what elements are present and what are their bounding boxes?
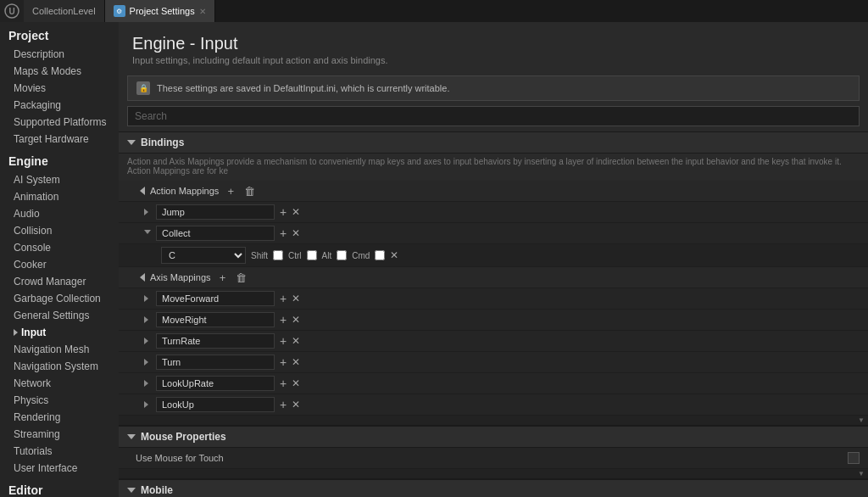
lookup-add-button[interactable]: + bbox=[280, 398, 287, 411]
sidebar-item-rendering[interactable]: Rendering bbox=[0, 409, 119, 426]
sidebar-item-crowd-manager[interactable]: Crowd Manager bbox=[0, 273, 119, 290]
jump-name-input[interactable] bbox=[156, 204, 275, 220]
sidebar-item-animation[interactable]: Animation bbox=[0, 188, 119, 205]
moveright-delete-button[interactable]: ✕ bbox=[292, 314, 300, 326]
sidebar-item-network[interactable]: Network bbox=[0, 375, 119, 392]
turnrate-delete-button[interactable]: ✕ bbox=[292, 335, 300, 347]
sidebar-item-audio[interactable]: Audio bbox=[0, 205, 119, 222]
lookuprate-delete-button[interactable]: ✕ bbox=[292, 377, 300, 389]
sidebar-item-ai-system[interactable]: AI System bbox=[0, 171, 119, 188]
turn-delete-button[interactable]: ✕ bbox=[292, 356, 300, 368]
bindings-title: Bindings bbox=[141, 137, 184, 148]
mapping-row-lookup: + ✕ bbox=[119, 394, 868, 416]
axis-mappings-delete-button[interactable]: 🗑 bbox=[235, 271, 248, 284]
moveforward-delete-button[interactable]: ✕ bbox=[292, 293, 300, 304]
moveforward-name-input[interactable] bbox=[156, 291, 275, 306]
action-mappings-delete-button[interactable]: 🗑 bbox=[242, 184, 256, 198]
turnrate-add-button[interactable]: + bbox=[280, 334, 287, 348]
moveright-expand-arrow[interactable] bbox=[144, 316, 151, 323]
lookup-expand-arrow[interactable] bbox=[144, 401, 151, 408]
sidebar-item-tutorials[interactable]: Tutorials bbox=[0, 443, 119, 460]
sidebar-item-input[interactable]: Input bbox=[0, 324, 119, 341]
alt-checkbox[interactable] bbox=[337, 250, 347, 260]
sidebar-item-supported-platforms[interactable]: Supported Platforms bbox=[0, 114, 119, 131]
svg-text:U: U bbox=[8, 7, 14, 16]
tab-collection-level[interactable]: CollectionLevel bbox=[24, 0, 105, 22]
tab-project-settings[interactable]: ⚙ Project Settings ✕ bbox=[105, 0, 215, 22]
axis-mappings-add-button[interactable]: + bbox=[216, 271, 230, 284]
sidebar-item-collision[interactable]: Collision bbox=[0, 222, 119, 239]
turn-name-input[interactable] bbox=[156, 355, 275, 370]
key-select[interactable]: C bbox=[161, 247, 246, 264]
mapping-row-turnrate: + ✕ bbox=[119, 331, 868, 352]
collect-add-button[interactable]: + bbox=[280, 226, 287, 240]
jump-delete-button[interactable]: ✕ bbox=[292, 206, 300, 218]
jump-expand-arrow[interactable] bbox=[144, 209, 151, 215]
title-bar: U CollectionLevel ⚙ Project Settings ✕ bbox=[0, 0, 868, 22]
shift-checkbox[interactable] bbox=[273, 250, 283, 260]
cmd-label: Cmd bbox=[352, 251, 370, 260]
bindings-section-header[interactable]: Bindings bbox=[119, 131, 868, 154]
sidebar-item-console[interactable]: Console bbox=[0, 239, 119, 256]
scroll-down-arrow: ▼ bbox=[858, 416, 865, 424]
keybind-delete-button[interactable]: ✕ bbox=[390, 249, 398, 261]
alt-label: Alt bbox=[322, 251, 332, 260]
sidebar-item-streaming[interactable]: Streaming bbox=[0, 426, 119, 443]
collect-delete-button[interactable]: ✕ bbox=[292, 227, 300, 239]
mouse-properties-title: Mouse Properties bbox=[141, 431, 226, 443]
turnrate-name-input[interactable] bbox=[156, 333, 275, 349]
lookup-name-input[interactable] bbox=[156, 397, 275, 412]
turnrate-expand-arrow[interactable] bbox=[144, 338, 151, 344]
collect-expand-arrow[interactable] bbox=[144, 230, 151, 237]
close-icon[interactable]: ✕ bbox=[199, 7, 206, 16]
sidebar-item-cooker[interactable]: Cooker bbox=[0, 256, 119, 273]
action-mappings-add-button[interactable]: + bbox=[224, 184, 237, 198]
use-mouse-for-touch-checkbox[interactable] bbox=[848, 452, 860, 464]
tab-label: CollectionLevel bbox=[32, 6, 96, 16]
lookup-delete-button[interactable]: ✕ bbox=[292, 399, 300, 410]
mouse-properties-header[interactable]: Mouse Properties bbox=[119, 426, 868, 448]
sidebar-item-target-hardware[interactable]: Target Hardware bbox=[0, 131, 119, 148]
sidebar-item-physics[interactable]: Physics bbox=[0, 392, 119, 409]
search-input[interactable] bbox=[127, 106, 860, 126]
sidebar-item-description[interactable]: Description bbox=[0, 46, 119, 63]
use-mouse-for-touch-label: Use Mouse for Touch bbox=[136, 453, 839, 463]
axis-mappings-header: Axis Mappings + 🗑 bbox=[119, 267, 868, 288]
search-bar[interactable] bbox=[127, 106, 860, 126]
sidebar-item-garbage-collection[interactable]: Garbage Collection bbox=[0, 290, 119, 307]
sidebar-section-engine: Engine bbox=[0, 148, 119, 171]
mapping-row-moveright: + ✕ bbox=[119, 310, 868, 331]
lookuprate-name-input[interactable] bbox=[156, 376, 275, 391]
sidebar-item-packaging[interactable]: Packaging bbox=[0, 97, 119, 114]
scroll-indicator: ▼ bbox=[119, 416, 868, 426]
sidebar-item-maps-modes[interactable]: Maps & Modes bbox=[0, 63, 119, 80]
action-mappings-arrow[interactable] bbox=[136, 187, 145, 195]
moveforward-add-button[interactable]: + bbox=[280, 292, 287, 305]
sidebar-item-general-settings[interactable]: General Settings bbox=[0, 307, 119, 324]
collect-name-input[interactable] bbox=[156, 226, 275, 241]
mouse-properties-section: Mouse Properties Use Mouse for Touch bbox=[119, 426, 868, 469]
gear-icon: ⚙ bbox=[114, 5, 125, 17]
sidebar-item-movies[interactable]: Movies bbox=[0, 80, 119, 97]
axis-mappings-arrow[interactable] bbox=[136, 273, 145, 282]
sidebar-item-navigation-system[interactable]: Navigation System bbox=[0, 358, 119, 375]
scroll-indicator-2: ▼ bbox=[119, 469, 868, 479]
mobile-section-header[interactable]: Mobile bbox=[119, 479, 868, 497]
lookuprate-add-button[interactable]: + bbox=[280, 377, 287, 390]
sidebar-item-user-interface[interactable]: User Interface bbox=[0, 460, 119, 477]
bindings-desc: Action and Axis Mappings provide a mecha… bbox=[119, 154, 868, 181]
turn-add-button[interactable]: + bbox=[280, 355, 287, 369]
lookuprate-expand-arrow[interactable] bbox=[144, 380, 151, 387]
cmd-checkbox[interactable] bbox=[375, 250, 385, 260]
moveforward-expand-arrow[interactable] bbox=[144, 295, 151, 302]
jump-add-button[interactable]: + bbox=[280, 205, 287, 219]
sidebar: Project Description Maps & Modes Movies … bbox=[0, 22, 119, 497]
info-bar: 🔒 These settings are saved in DefaultInp… bbox=[127, 75, 860, 101]
info-text: These settings are saved in DefaultInput… bbox=[157, 83, 449, 93]
moveright-name-input[interactable] bbox=[156, 312, 275, 327]
moveright-add-button[interactable]: + bbox=[280, 313, 287, 327]
collapse-arrow-icon bbox=[127, 140, 136, 145]
turn-expand-arrow[interactable] bbox=[144, 359, 151, 366]
ctrl-checkbox[interactable] bbox=[307, 250, 317, 260]
sidebar-item-navigation-mesh[interactable]: Navigation Mesh bbox=[0, 341, 119, 358]
